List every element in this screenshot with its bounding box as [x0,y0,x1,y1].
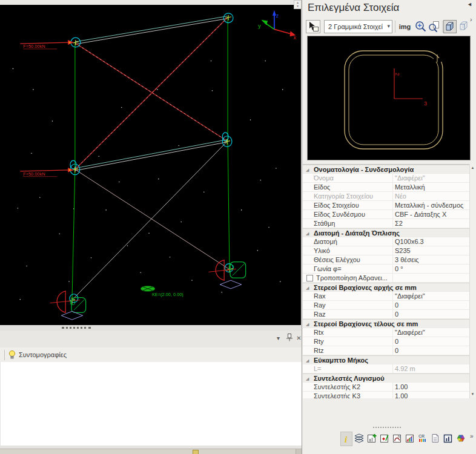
framed-chart-icon[interactable] [442,432,454,446]
solid-view-button[interactable] [443,20,457,33]
modify-inertia-checkbox[interactable] [306,275,313,281]
group-expand-icon[interactable]: ◢ [306,284,309,292]
group-expand-icon[interactable]: ◢ [306,166,309,174]
group-expand-icon[interactable]: ◢ [306,229,309,238]
property-value[interactable]: 0 ° [395,265,403,273]
mass-center-marker[interactable]: KE=(2.00, 0.00) [140,286,183,297]
property-value[interactable]: Μεταλλική [395,183,425,191]
property-value[interactable]: "Διαφέρει" [395,292,425,300]
property-value[interactable]: 0 [395,337,398,346]
property-group-header[interactable]: ◢Συντελεστές Λυγισμού [303,373,469,383]
property-row[interactable]: Είδος ΣυνδέσμουCBF - Διάταξης X [303,210,469,219]
property-row[interactable]: Γωνία φ=0 ° [303,265,469,274]
force-arrow-mid[interactable]: F=50.00kN [20,168,74,177]
property-value[interactable]: Q100x6.3 [395,237,424,246]
property-row[interactable]: ΔιατομήQ100x6.3 [303,237,469,246]
property-row[interactable]: Όνομα"Διαφέρει" [303,174,469,183]
splitter-grip-dots[interactable] [62,327,91,329]
right-column-member[interactable] [228,16,230,269]
abbreviations-panel-content[interactable] [1,362,302,446]
results-toolbar: » iNCR [303,430,476,449]
property-row[interactable]: Κατηγορία ΣτοιχείουΝέο [303,192,469,201]
toolbar-grip-dots[interactable] [373,427,401,428]
property-value[interactable]: 1.00 [395,383,408,391]
selection-node-markers[interactable] [70,13,233,303]
property-row[interactable]: Rtz0 [303,346,469,355]
bar-chart-icon[interactable] [404,432,416,446]
force-arrow-top[interactable]: F=50.00kN [20,40,74,49]
viewport-scroll-spinner[interactable]: ▴ ▾ [294,0,302,9]
property-value[interactable]: S235 [395,246,411,255]
model-viewport[interactable]: F=50.00kN F=50.00kN [0,5,301,325]
property-value[interactable]: Σ2 [395,219,403,228]
property-group-header[interactable]: ◢Διατομή - Διάταξη Όπλισης [303,228,469,237]
property-row[interactable]: Rty0 [303,337,469,346]
property-row[interactable]: ΥλικόS235 [303,246,469,255]
property-value[interactable]: 0 [395,346,398,355]
property-row[interactable]: Raz0 [303,310,469,319]
property-row[interactable]: Ray0 [303,301,469,310]
top-beam-teal[interactable] [75,16,227,42]
scroll-up-icon[interactable]: ▲ [469,164,476,172]
property-row[interactable]: Τροποποίηση Αδρανει... [303,274,469,283]
property-group-header[interactable]: ◢Στερεοί Βραχίονες αρχής σε mm [303,283,469,292]
property-group-header[interactable]: ◢Εύκαμπτο Μήκος [303,355,469,364]
zoom-extents-icon [414,20,428,33]
lower-brace-2[interactable] [72,142,227,300]
zoom-extents-button[interactable] [414,20,428,33]
color-palette-icon[interactable] [455,432,467,446]
left-column-member[interactable] [72,42,75,300]
property-group-header[interactable]: ◢Στερεοί Βραχίονες τέλους σε mm [303,319,469,328]
spinner-down-icon[interactable]: ▾ [297,4,299,8]
n-curve-icon[interactable]: N [391,432,403,446]
property-group-header[interactable]: ◢Ονοματολογία - Συνδεσμολογία [303,165,469,174]
select-elements-button[interactable] [306,20,320,33]
property-value[interactable]: 4.92 m [395,364,415,373]
zoom-window-button[interactable] [428,20,441,33]
selection-type-dropdown[interactable]: 2 Γραμμικά Στοιχεί ▾ [324,20,392,33]
property-row[interactable]: Rtx"Διαφέρει" [303,328,469,337]
property-row[interactable]: L=4.92 m [303,364,469,373]
pin-icon[interactable] [285,334,294,343]
cr-colors-icon[interactable]: CR [417,432,429,446]
model-canvas[interactable]: F=50.00kN F=50.00kN [0,5,301,325]
layers-icon[interactable] [353,432,365,446]
property-row[interactable]: Είδος ΣτοιχείουΜεταλλική - σύνδεσμος [303,201,469,210]
report-icon[interactable] [429,432,441,446]
group-expand-icon[interactable]: ◢ [306,357,309,365]
load-diagram-icon[interactable] [378,432,391,446]
property-value[interactable]: 1.00 [395,392,408,398]
property-value[interactable]: 0 [395,301,398,309]
property-row[interactable]: Συντελεστής Κ21.00 [303,383,469,392]
wireframe-view-button[interactable] [458,20,471,33]
property-row[interactable]: Συντελεστής Κ31.00 [303,392,469,398]
mid-beam-teal[interactable] [75,140,227,168]
info-icon[interactable]: i [340,432,352,446]
property-value[interactable]: 0 [395,310,398,318]
group-expand-icon[interactable]: ◢ [306,320,309,329]
scroll-down-icon[interactable]: ▼ [469,390,476,398]
property-value[interactable]: 3 θέσεις [395,255,419,264]
group-expand-icon[interactable]: ◢ [306,375,309,383]
add-chart-icon[interactable] [366,432,378,446]
lower-brace-1[interactable] [75,169,229,269]
support-left[interactable] [50,291,86,320]
horizontal-splitter[interactable] [0,325,303,331]
toolbar-more-icon[interactable]: » [470,433,474,439]
property-value[interactable]: Μεταλλική - σύνδεσμος [395,201,463,209]
toolbar-overflow-icon[interactable]: › [470,16,472,23]
property-row[interactable]: ΣτάθμηΣ2 [303,219,469,228]
panel-menu-arrow-icon[interactable]: ▾ [274,334,283,343]
property-row[interactable]: Θέσεις Ελέγχου3 θέσεις [303,255,469,265]
collapse-panel-icon[interactable]: ◄ [467,1,472,7]
property-row[interactable]: ΕίδοςΜεταλλική [303,183,469,192]
property-row[interactable]: Rax"Διαφέρει" [303,292,469,301]
property-value[interactable]: "Διαφέρει" [395,328,425,337]
tab-abbreviations[interactable]: Συντομογραφίες [19,351,67,358]
property-grid-scrollbar[interactable] [469,164,476,398]
property-value[interactable]: CBF - Διάταξης X [395,210,446,219]
property-value[interactable]: Νέο [395,192,406,200]
property-value[interactable]: "Διαφέρει" [395,174,425,182]
property-grid[interactable]: ◢Ονοματολογία - ΣυνδεσμολογίαΌνομα"Διαφέ… [303,164,469,398]
img-button[interactable]: img [397,20,413,33]
